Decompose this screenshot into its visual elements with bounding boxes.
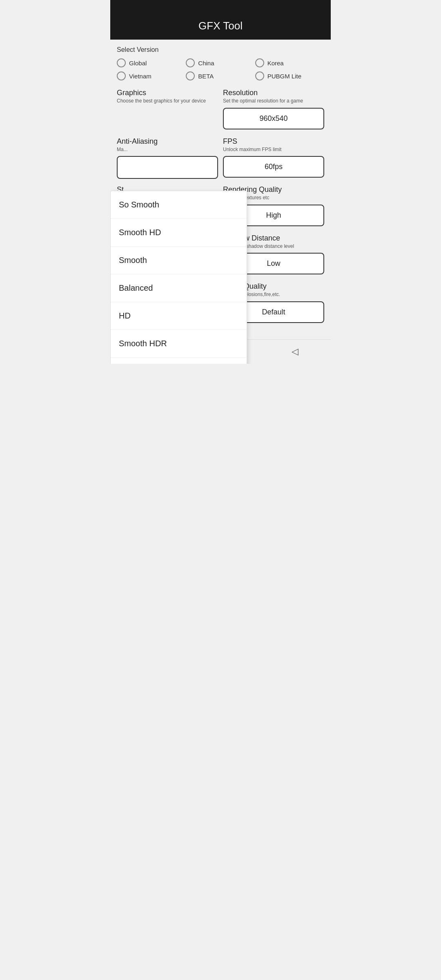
radio-circle-beta[interactable] <box>186 71 195 80</box>
radio-vietnam[interactable]: Vietnam <box>117 71 186 80</box>
dropdown-item-balanced[interactable]: Balanced <box>111 274 247 302</box>
fps-col: FPS Unlock maximum FPS limit 60fps <box>223 137 324 179</box>
fps-sublabel: Unlock maximum FPS limit <box>223 147 324 153</box>
aa-fps-row: Anti-Aliasing Ma... FPS Unlock maximum F… <box>117 137 324 179</box>
effect-quality-value: Default <box>262 308 285 316</box>
radio-circle-china[interactable] <box>186 58 195 67</box>
radio-circle-pubgm-lite[interactable] <box>255 71 264 80</box>
graphics-resolution-row: Graphics Choose the best graphics for yo… <box>117 89 324 131</box>
resolution-value: 960x540 <box>259 114 287 122</box>
radio-label-pubgm-lite: PUBGM Lite <box>267 73 301 80</box>
fps-value: 60fps <box>265 163 283 171</box>
radio-label-korea: Korea <box>267 60 284 67</box>
dropdown-item-so-smooth[interactable]: So Smooth <box>111 191 247 219</box>
anti-aliasing-col: Anti-Aliasing Ma... <box>117 137 218 179</box>
resolution-col: Resolution Set the optimal resolution fo… <box>223 89 324 131</box>
radio-label-china: China <box>198 60 214 67</box>
radio-global[interactable]: Global <box>117 58 186 67</box>
fps-label: FPS <box>223 137 324 146</box>
radio-label-global: Global <box>129 60 147 67</box>
toolbar: GFX Tool <box>110 12 331 40</box>
dropdown-item-smooth[interactable]: Smooth <box>111 247 247 274</box>
resolution-select-box[interactable]: 960x540 <box>223 108 324 129</box>
shadow-distance-value: Low <box>267 259 280 267</box>
anti-aliasing-select-box[interactable] <box>117 156 218 179</box>
graphics-sublabel: Choose the best graphics for your device <box>117 98 218 105</box>
app-title: GFX Tool <box>198 20 243 32</box>
graphics-col: Graphics Choose the best graphics for yo… <box>117 89 218 131</box>
anti-aliasing-sublabel: Ma... <box>117 147 218 153</box>
radio-korea[interactable]: Korea <box>255 58 324 67</box>
radio-circle-korea[interactable] <box>255 58 264 67</box>
dropdown-item-hdr[interactable]: HDR <box>111 358 247 364</box>
nav-back-button[interactable]: ◁ <box>292 346 298 357</box>
dropdown-item-hd[interactable]: HD <box>111 302 247 330</box>
resolution-label: Resolution <box>223 89 324 97</box>
radio-circle-global[interactable] <box>117 58 126 67</box>
radio-beta[interactable]: BETA <box>186 71 255 80</box>
radio-pubgm-lite[interactable]: PUBGM Lite <box>255 71 324 80</box>
anti-aliasing-label: Anti-Aliasing <box>117 137 218 146</box>
dropdown-item-smooth-hd[interactable]: Smooth HD <box>111 219 247 247</box>
radio-group: Global China Korea Vietnam BETA PUBGM Li… <box>117 58 324 80</box>
graphics-label: Graphics <box>117 89 218 97</box>
radio-china[interactable]: China <box>186 58 255 67</box>
radio-circle-vietnam[interactable] <box>117 71 126 80</box>
main-content: Select Version Global China Korea Vietna… <box>110 40 331 336</box>
radio-label-beta: BETA <box>198 73 214 80</box>
fps-select-box[interactable]: 60fps <box>223 156 324 178</box>
graphics-dropdown: So Smooth Smooth HD Smooth Balanced HD S… <box>110 191 247 364</box>
rendering-quality-value: High <box>266 211 281 219</box>
resolution-sublabel: Set the optimal resolution for a game <box>223 98 324 105</box>
radio-label-vietnam: Vietnam <box>129 73 151 80</box>
version-section-label: Select Version <box>117 46 324 53</box>
dropdown-item-smooth-hdr[interactable]: Smooth HDR <box>111 330 247 358</box>
status-bar <box>110 0 331 12</box>
